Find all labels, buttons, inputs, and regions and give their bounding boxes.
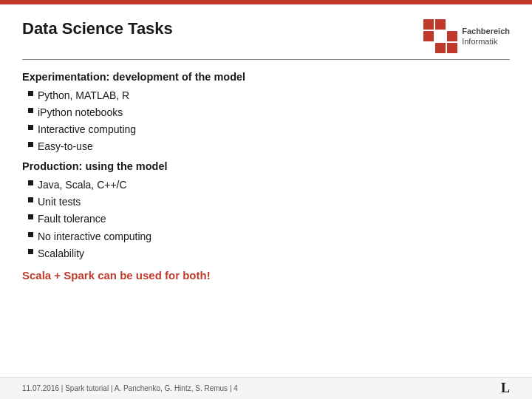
bullet-text-ipython: iPython notebooks	[38, 104, 123, 121]
logo-cell-8	[435, 43, 446, 53]
bullet-java: Java, Scala, C++/C	[22, 177, 510, 194]
bullet-no-interactive: No interactive computing	[22, 228, 510, 245]
logo-cell-9	[447, 43, 457, 53]
logo-cell-3	[447, 19, 457, 30]
highlight-line: Scala + Spark can be used for both!	[22, 267, 510, 285]
bullet-text-easy: Easy-to-use	[38, 138, 93, 155]
footer-left-text: 11.07.2016 | Spark tutorial | A. Panchen…	[22, 384, 238, 392]
bullet-ipython: iPython notebooks	[22, 104, 510, 121]
bullet-icon-ipython	[28, 108, 33, 113]
bullet-icon-easy	[28, 142, 33, 147]
logo-line2: Informatik	[462, 36, 510, 47]
logo-area: Fachbereich Informatik	[423, 19, 510, 53]
bullet-icon-unit-tests	[28, 197, 33, 202]
logo-cell-5	[435, 31, 446, 41]
bullet-icon-no-interactive	[28, 232, 33, 237]
content-area: Experimentation: development of the mode…	[22, 69, 510, 284]
slide-container: Data Science Tasks Fachbereich Informati…	[0, 4, 532, 399]
bullet-interactive: Interactive computing	[22, 121, 510, 138]
divider	[22, 59, 510, 60]
bullet-unit-tests: Unit tests	[22, 194, 510, 211]
logo-grid	[423, 19, 457, 53]
logo-cell-6	[447, 31, 457, 41]
bullet-icon-fault-tolerance	[28, 214, 33, 219]
logo-cell-2	[435, 19, 446, 30]
bullet-python: Python, MATLAB, R	[22, 87, 510, 104]
bullet-text-unit-tests: Unit tests	[38, 194, 81, 211]
bullet-scalability: Scalability	[22, 245, 510, 262]
bullet-icon-java	[28, 180, 33, 185]
logo-cell-7	[423, 43, 434, 53]
bullet-text-interactive: Interactive computing	[38, 121, 136, 138]
section-2-heading: Production: using the model	[22, 158, 510, 176]
logo-cell-4	[423, 31, 434, 41]
logo-line1: Fachbereich	[462, 26, 510, 36]
bullet-icon-interactive	[28, 125, 33, 130]
bullet-fault-tolerance: Fault tolerance	[22, 211, 510, 228]
logo-cell-1	[423, 19, 434, 30]
footer-logo: L	[501, 381, 510, 396]
header-area: Data Science Tasks Fachbereich Informati…	[22, 19, 510, 53]
bullet-text-fault-tolerance: Fault tolerance	[38, 211, 106, 228]
section-1-heading: Experimentation: development of the mode…	[22, 69, 510, 86]
bullet-text-scalability: Scalability	[38, 245, 84, 262]
slide-title: Data Science Tasks	[22, 19, 173, 38]
footer-bar: 11.07.2016 | Spark tutorial | A. Panchen…	[0, 377, 532, 399]
bullet-icon-python	[28, 91, 33, 96]
bullet-icon-scalability	[28, 249, 33, 254]
logo-text: Fachbereich Informatik	[462, 26, 510, 47]
bullet-text-java: Java, Scala, C++/C	[38, 177, 127, 194]
bullet-easy: Easy-to-use	[22, 138, 510, 155]
bullet-text-python: Python, MATLAB, R	[38, 87, 129, 104]
bullet-text-no-interactive: No interactive computing	[38, 228, 151, 245]
